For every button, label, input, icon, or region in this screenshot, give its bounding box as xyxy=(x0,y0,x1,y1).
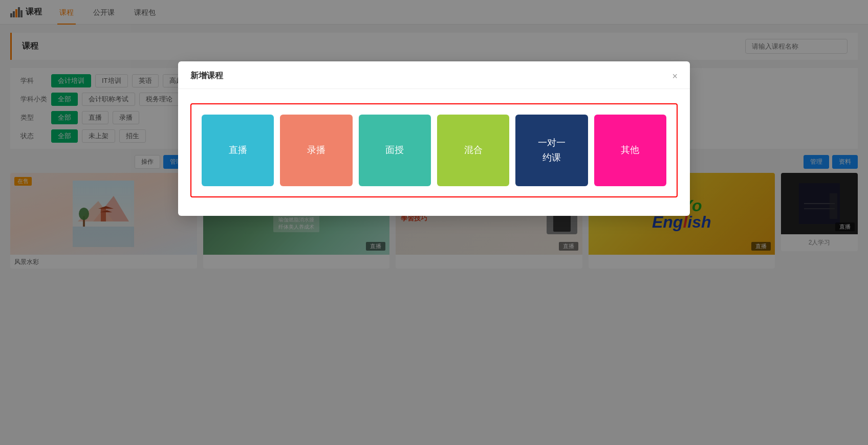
modal-overlay[interactable]: 新增课程 × 直播 录播 面授 混合 一对一约课 xyxy=(0,0,868,277)
course-type-grid: 直播 录播 面授 混合 一对一约课 其他 xyxy=(190,103,678,197)
modal-title: 新增课程 xyxy=(190,71,223,81)
modal-close-button[interactable]: × xyxy=(672,72,678,81)
course-type-libo[interactable]: 录播 xyxy=(280,115,352,186)
modal-header: 新增课程 × xyxy=(178,61,690,89)
course-type-yiduiyi[interactable]: 一对一约课 xyxy=(515,115,588,186)
modal-body: 直播 录播 面授 混合 一对一约课 其他 xyxy=(178,89,690,216)
course-type-hunhe[interactable]: 混合 xyxy=(437,115,509,186)
modal-new-course: 新增课程 × 直播 录播 面授 混合 一对一约课 xyxy=(178,61,690,216)
course-type-mianshuo[interactable]: 面授 xyxy=(359,115,431,186)
course-type-zhibo[interactable]: 直播 xyxy=(202,115,274,186)
course-type-qita[interactable]: 其他 xyxy=(594,115,666,186)
